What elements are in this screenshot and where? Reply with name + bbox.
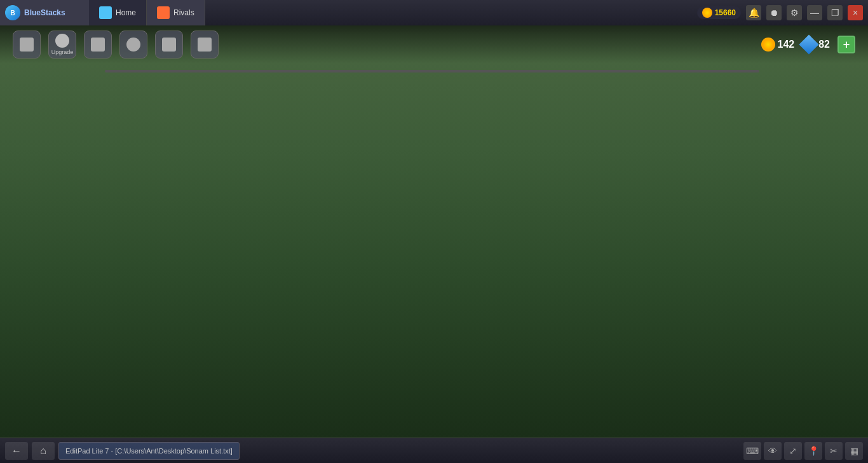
taskbar-window-label: EditPad Lite 7 - [C:\Users\Ant\Desktop\S… (65, 447, 233, 455)
hud-icon-bar: Upgrade (13, 31, 219, 59)
restore-btn[interactable]: ❐ (827, 5, 843, 20)
rivals-tab-icon (157, 6, 170, 19)
taskbar-home-btn[interactable]: ⌂ (32, 442, 55, 460)
taskbar-eye-icon[interactable]: 👁 (764, 442, 782, 460)
coin-count: 15660 (715, 8, 736, 17)
upgrade-btn[interactable]: Upgrade (48, 31, 76, 59)
diamond-resource: 82 (802, 38, 830, 52)
home-tab-icon (99, 6, 112, 19)
bluestacks-icon: B (5, 5, 20, 20)
coin-icon (702, 8, 712, 18)
notification-btn[interactable]: 🔔 (746, 5, 761, 20)
rivals-tab-label: Rivals (173, 8, 194, 17)
app-logo: B BlueStacks (0, 0, 89, 25)
gold-coin-icon (761, 38, 775, 52)
upgrade-label: Upgrade (51, 49, 74, 55)
hud-btn-5[interactable] (155, 31, 183, 59)
taskbar-scissors-icon[interactable]: ✂ (825, 442, 843, 460)
rivals-tab[interactable]: Rivals (147, 0, 205, 25)
home-tab-label: Home (116, 8, 136, 17)
close-window-btn[interactable]: × (848, 5, 863, 20)
bluestacks-coins: 15660 (697, 6, 741, 19)
gold-resource: 142 (761, 38, 795, 52)
title-bar-right: 15660 🔔 ⏺ ⚙ — ❐ × (697, 5, 868, 20)
settings-btn[interactable]: ⚙ (787, 5, 802, 20)
unit-dialog: ✕ Predator Tank Common Vehicles i (105, 70, 759, 73)
taskbar-keyboard-icon[interactable]: ⌨ (743, 442, 761, 460)
taskbar-map-icon[interactable]: 📍 (804, 442, 822, 460)
taskbar: ← ⌂ EditPad Lite 7 - [C:\Users\Ant\Deskt… (0, 438, 868, 463)
title-bar: B BlueStacks Home Rivals 15660 🔔 ⏺ ⚙ — ❐… (0, 0, 868, 25)
hud-btn-1[interactable] (13, 31, 41, 59)
hud-btn-4[interactable] (119, 31, 147, 59)
hud-btn-3[interactable] (84, 31, 112, 59)
game-background (0, 25, 868, 438)
unit-image-area (354, 71, 758, 73)
game-hud: Upgrade 142 82 + (0, 25, 868, 64)
dialog-left-panel: Predator Tank Common Vehicles i (106, 71, 354, 73)
hud-btn-6[interactable] (191, 31, 219, 59)
diamond-count: 82 (818, 39, 830, 50)
gold-count: 142 (778, 39, 795, 50)
app-name: BlueStacks (24, 8, 65, 17)
taskbar-right: ⌨ 👁 ⤢ 📍 ✂ ▦ (743, 442, 863, 460)
taskbar-back-btn[interactable]: ← (5, 442, 28, 460)
record-btn[interactable]: ⏺ (766, 5, 782, 20)
taskbar-extra-icon[interactable]: ▦ (845, 442, 863, 460)
taskbar-resize-icon[interactable]: ⤢ (784, 442, 802, 460)
add-resource-btn[interactable]: + (837, 36, 855, 53)
dialog-right-panel: Strong vs: Targets: Ground Can attack wh… (354, 71, 758, 73)
home-tab[interactable]: Home (89, 0, 147, 25)
diamond-icon (799, 34, 819, 54)
minimize-btn[interactable]: — (807, 5, 822, 20)
hud-resources: 142 82 + (761, 36, 856, 53)
taskbar-window-item[interactable]: EditPad Lite 7 - [C:\Users\Ant\Desktop\S… (58, 442, 240, 460)
